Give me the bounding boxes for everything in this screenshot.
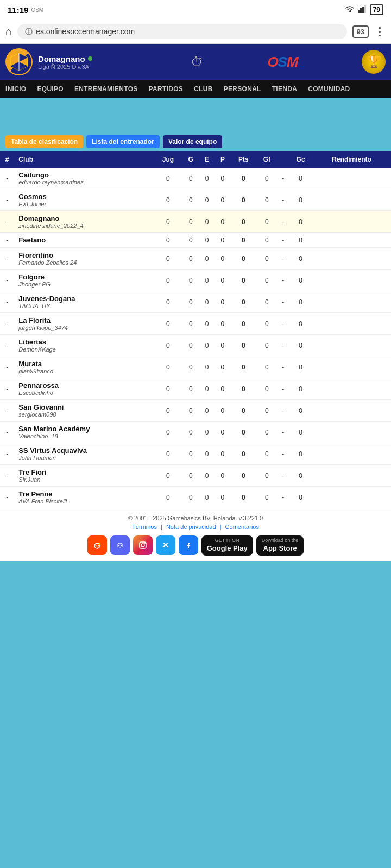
table-row[interactable]: - Domagnano zinedine zidane_2022_4 0 0 0…	[0, 211, 391, 233]
col-sep	[277, 151, 289, 168]
nav-tienda[interactable]: TIENDA	[267, 80, 302, 98]
cell-g: 0	[182, 168, 199, 189]
cell-rend	[312, 248, 391, 270]
twitter-icon[interactable]	[156, 535, 175, 555]
cell-pts: 0	[230, 378, 256, 400]
table-row[interactable]: - Juvenes-Dogana TACUA_UY 0 0 0 0 0 0 - …	[0, 291, 391, 313]
tab-entrenador[interactable]: Lista del entrenador	[86, 135, 160, 148]
home-icon[interactable]: ⌂	[5, 25, 12, 38]
footer-comments-link[interactable]: Comentarios	[225, 524, 259, 530]
cell-sep: -	[277, 270, 289, 291]
browser-menu-icon[interactable]: ⋮	[374, 25, 386, 38]
cell-e: 0	[199, 211, 215, 233]
cell-sep: -	[277, 465, 289, 487]
cell-club: Cailungo eduardo reynanmartinez	[14, 168, 154, 189]
cell-sep: -	[277, 335, 289, 356]
cell-sep: -	[277, 211, 289, 233]
svg-rect-19	[137, 540, 148, 551]
table-row[interactable]: - Pennarossa Escobedinho 0 0 0 0 0 0 - 0	[0, 378, 391, 400]
cell-club: Faetano	[14, 233, 154, 248]
nav-club[interactable]: CLUB	[188, 80, 218, 98]
cell-rend	[312, 168, 391, 189]
cell-gc: 0	[289, 400, 312, 422]
cell-pts: 0	[230, 211, 256, 233]
cell-gc: 0	[289, 189, 312, 211]
cell-pts: 0	[230, 168, 256, 189]
nav-equipo[interactable]: EQUIPO	[31, 80, 68, 98]
table-row[interactable]: - Tre Fiori Sir.Juan 0 0 0 0 0 0 - 0	[0, 465, 391, 487]
table-row[interactable]: - La Florita jurgen klopp_3474 0 0 0 0 0…	[0, 313, 391, 335]
url-bar[interactable]: es.onlinesoccermanager.com	[17, 24, 346, 39]
cell-club: Cosmos EXI Junier	[14, 189, 154, 211]
cell-club: Libertas DemonXKage	[14, 335, 154, 356]
trophy-icon[interactable]: 🏆	[362, 50, 386, 74]
footer-privacy-link[interactable]: Nota de privacidad	[166, 524, 216, 530]
svg-point-18	[120, 545, 121, 546]
cell-g: 0	[182, 356, 199, 378]
table-row[interactable]: - Cailungo eduardo reynanmartinez 0 0 0 …	[0, 168, 391, 189]
cell-e: 0	[199, 422, 215, 443]
cell-gf: 0	[256, 291, 277, 313]
reddit-icon[interactable]	[87, 535, 107, 555]
team-info: Domagnano Liga Ñ 2025 Div.3A	[38, 54, 185, 70]
cell-p: 0	[215, 335, 231, 356]
club-manager: sergiocam098	[18, 411, 152, 418]
svg-rect-16	[115, 540, 125, 551]
cell-gf: 0	[256, 443, 277, 465]
cell-gf: 0	[256, 211, 277, 233]
cell-g: 0	[182, 313, 199, 335]
cell-sep: -	[277, 378, 289, 400]
footer-terms-link[interactable]: Términos	[132, 524, 157, 530]
nav-personal[interactable]: PERSONAL	[218, 80, 267, 98]
tab-valor[interactable]: Valor de equipo	[163, 135, 222, 148]
cell-jug: 0	[154, 313, 182, 335]
club-manager: eduardo reynanmartinez	[18, 179, 152, 186]
tab-count[interactable]: 93	[352, 25, 369, 38]
tab-clasificacion[interactable]: Tabla de clasificación	[5, 135, 83, 148]
table-row[interactable]: - Murata gian99franco 0 0 0 0 0 0 - 0	[0, 356, 391, 378]
cell-club: Folgore Jhonger PG	[14, 270, 154, 291]
cell-pts: 0	[230, 422, 256, 443]
cell-jug: 0	[154, 443, 182, 465]
discord-icon[interactable]	[110, 535, 130, 555]
battery-indicator: 79	[370, 4, 383, 15]
cell-e: 0	[199, 378, 215, 400]
cell-rank: -	[0, 335, 14, 356]
app-store-button[interactable]: Download on the App Store	[256, 535, 304, 556]
cell-rank: -	[0, 487, 14, 508]
table-body: - Cailungo eduardo reynanmartinez 0 0 0 …	[0, 168, 391, 508]
cell-sep: -	[277, 248, 289, 270]
club-name: Folgore	[18, 273, 152, 281]
cell-club: San Marino Academy Valenchino_18	[14, 422, 154, 443]
osm-header: Domagnano Liga Ñ 2025 Div.3A ⏱ OSM 🏆	[0, 44, 391, 80]
club-name: Cosmos	[18, 193, 152, 201]
table-row[interactable]: - Fiorentino Fernando Zeballos 24 0 0 0 …	[0, 248, 391, 270]
cell-e: 0	[199, 443, 215, 465]
google-play-button[interactable]: GET IT ON Google Play	[201, 535, 253, 556]
table-row[interactable]: - SS Virtus Acquaviva John Huaman 0 0 0 …	[0, 443, 391, 465]
cell-club: Murata gian99franco	[14, 356, 154, 378]
club-manager: jurgen klopp_3474	[18, 324, 152, 331]
cell-gf: 0	[256, 313, 277, 335]
table-row[interactable]: - Folgore Jhonger PG 0 0 0 0 0 0 - 0	[0, 270, 391, 291]
nav-inicio[interactable]: INICIO	[0, 80, 31, 98]
table-row[interactable]: - Cosmos EXI Junier 0 0 0 0 0 0 - 0	[0, 189, 391, 211]
nav-partidos[interactable]: PARTIDOS	[143, 80, 189, 98]
table-row[interactable]: - San Giovanni sergiocam098 0 0 0 0 0 0 …	[0, 400, 391, 422]
cell-sep: -	[277, 443, 289, 465]
cell-rank: -	[0, 422, 14, 443]
instagram-icon[interactable]	[133, 535, 153, 555]
tabs-row: Tabla de clasificación Lista del entrena…	[0, 131, 391, 151]
table-row[interactable]: - Tre Penne AVA Fran Piscitelli 0 0 0 0 …	[0, 487, 391, 508]
cell-club: Tre Penne AVA Fran Piscitelli	[14, 487, 154, 508]
facebook-icon[interactable]	[179, 535, 198, 555]
nav-comunidad[interactable]: COMUNIDAD	[302, 80, 355, 98]
table-row[interactable]: - San Marino Academy Valenchino_18 0 0 0…	[0, 422, 391, 443]
table-row[interactable]: - Faetano 0 0 0 0 0 0 - 0	[0, 233, 391, 248]
col-e: E	[199, 151, 215, 168]
cell-p: 0	[215, 189, 231, 211]
cell-pts: 0	[230, 443, 256, 465]
table-row[interactable]: - Libertas DemonXKage 0 0 0 0 0 0 - 0	[0, 335, 391, 356]
nav-entrenamientos[interactable]: ENTRENAMIENTOS	[69, 80, 143, 98]
status-time: 11:19	[8, 5, 28, 15]
